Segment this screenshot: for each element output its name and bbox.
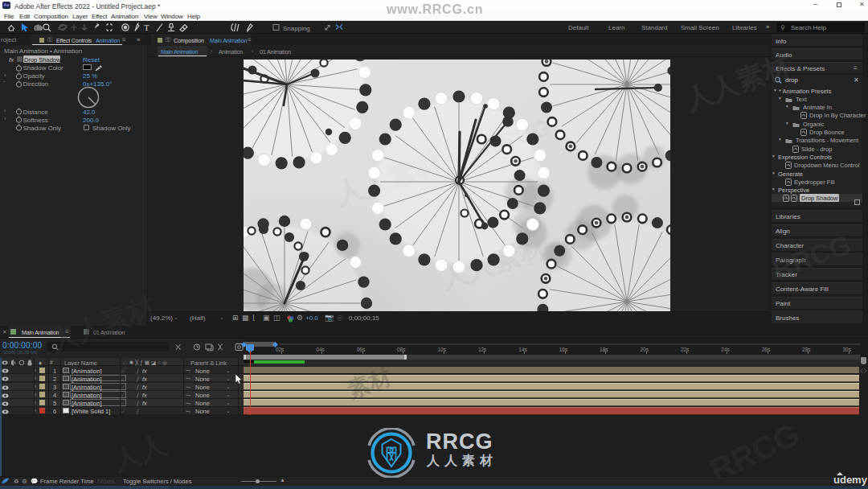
svg-text:T: T (144, 23, 149, 32)
svg-text:Snapping: Snapping (283, 25, 310, 32)
